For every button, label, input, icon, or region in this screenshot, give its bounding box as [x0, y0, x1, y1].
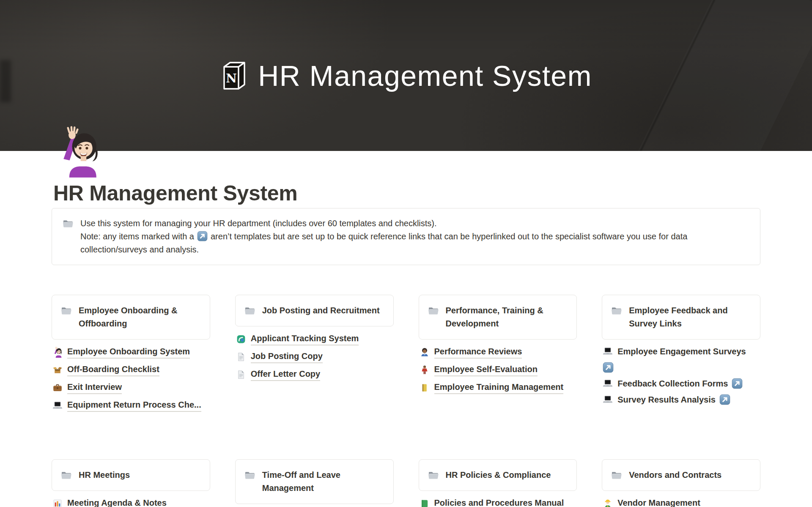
open-folder-icon: [60, 305, 72, 316]
link-policies-procedures-manual[interactable]: Policies and Procedures Manual: [420, 497, 576, 507]
link-job-posting-copy[interactable]: Job Posting Copy: [236, 351, 393, 363]
link-performance-reviews[interactable]: Performance Reviews: [420, 346, 576, 359]
laptop-icon: [603, 394, 613, 405]
arrow-up-right-button-icon: [197, 231, 208, 241]
open-folder-icon: [60, 469, 72, 481]
document-icon: [236, 351, 246, 362]
cover-image: HR Management System: [0, 0, 812, 151]
laptop-icon: [603, 346, 613, 357]
card-employee-feedback-survey-links[interactable]: Employee Feedback and Survey Links: [602, 295, 760, 340]
bar-chart-icon: [52, 498, 63, 507]
column-performance-training: Performance, Training & Development Perf…: [419, 295, 577, 399]
bottom-card-grid: HR Meetings Meeting Agenda & Notes Time-…: [52, 459, 760, 507]
office-worker-icon: [420, 347, 430, 358]
page-content: HR Management System Use this system for…: [0, 126, 812, 507]
column-vendors-contracts: Vendors and Contracts Vendor Management: [602, 459, 760, 507]
open-folder-icon: [611, 469, 622, 481]
open-folder-icon: [611, 305, 622, 316]
green-book-icon: [420, 498, 430, 507]
column-onboarding-offboarding: Employee Onboarding & Offboarding Employ…: [52, 295, 210, 417]
link-employee-engagement-surveys[interactable]: Employee Engagement Surveys: [603, 346, 760, 373]
card-title: HR Policies & Compliance: [446, 469, 551, 482]
laptop-icon: [52, 400, 63, 411]
construction-worker-icon: [603, 498, 613, 507]
card-vendors-contracts[interactable]: Vendors and Contracts: [602, 459, 760, 491]
card-title: HR Meetings: [79, 469, 130, 482]
callout-line-2: Note: any items marked with aaren’t temp…: [80, 230, 750, 256]
card-title: Employee Feedback and Survey Links: [629, 304, 752, 330]
callout-text: Use this system for managing your HR dep…: [80, 217, 750, 256]
link-off-boarding-checklist[interactable]: Off-Boarding Checklist: [52, 364, 209, 376]
ats-app-icon: [236, 334, 246, 345]
callout-line-1: Use this system for managing your HR dep…: [80, 217, 750, 230]
open-folder-icon: [244, 305, 255, 316]
card-hr-meetings[interactable]: HR Meetings: [52, 459, 210, 491]
link-survey-results-analysis[interactable]: Survey Results Analysis: [603, 394, 760, 405]
card-title: Employee Onboarding & Offboarding: [79, 304, 201, 330]
link-employee-self-evaluation[interactable]: Employee Self-Evaluation: [420, 364, 576, 376]
notion-logo: [220, 60, 249, 91]
arrow-up-right-button-icon: [732, 378, 743, 389]
page-title: HR Management System: [53, 183, 760, 204]
laptop-icon: [603, 378, 613, 389]
card-title: Vendors and Contracts: [629, 469, 721, 482]
page-icon-woman-raising-hand[interactable]: [55, 126, 101, 178]
arrow-up-right-button-icon: [603, 362, 614, 373]
card-title: Performance, Training & Development: [446, 304, 568, 330]
open-folder-icon: [428, 305, 439, 316]
description-callout: Use this system for managing your HR dep…: [52, 208, 760, 265]
card-performance-training-development[interactable]: Performance, Training & Development: [419, 295, 577, 340]
open-folder-icon: [244, 469, 255, 481]
ledger-icon: [420, 382, 430, 393]
woman-raising-hand-icon: [52, 347, 63, 358]
open-folder-icon: [62, 218, 74, 229]
person-in-red-icon: [420, 364, 430, 375]
column-hr-policies-compliance: HR Policies & Compliance Policies and Pr…: [419, 459, 577, 507]
card-hr-policies-compliance[interactable]: HR Policies & Compliance: [419, 459, 577, 491]
top-card-grid: Employee Onboarding & Offboarding Employ…: [52, 295, 760, 417]
briefcase-icon: [52, 382, 63, 393]
link-feedback-collection-forms[interactable]: Feedback Collection Forms: [603, 378, 760, 389]
column-hr-meetings: HR Meetings Meeting Agenda & Notes: [52, 459, 210, 507]
link-equipment-return-process[interactable]: Equipment Return Process Che...: [52, 399, 209, 412]
card-time-off-leave-management[interactable]: Time-Off and Leave Management: [235, 459, 394, 504]
card-employee-onboarding-offboarding[interactable]: Employee Onboarding & Offboarding: [52, 295, 210, 340]
open-folder-icon: [428, 469, 439, 481]
link-offer-letter-copy[interactable]: Offer Letter Copy: [236, 368, 393, 381]
link-employee-onboarding-system[interactable]: Employee Onboarding System: [52, 346, 209, 359]
cover-title: HR Management System: [258, 59, 592, 92]
arrow-up-right-button-icon: [719, 394, 730, 405]
card-title: Time-Off and Leave Management: [262, 469, 385, 495]
column-job-posting-recruitment: Job Posting and Recruitment Applicant Tr…: [235, 295, 394, 386]
link-exit-interview[interactable]: Exit Interview: [52, 381, 209, 394]
link-vendor-management[interactable]: Vendor Management: [603, 497, 760, 507]
column-feedback-survey-links: Employee Feedback and Survey Links Emplo…: [602, 295, 760, 410]
link-employee-training-management[interactable]: Employee Training Management: [420, 381, 576, 394]
open-box-icon: [52, 364, 63, 375]
column-time-off-leave: Time-Off and Leave Management: [235, 459, 394, 507]
link-meeting-agenda-notes[interactable]: Meeting Agenda & Notes: [52, 497, 209, 507]
link-applicant-tracking-system[interactable]: Applicant Tracking System: [236, 333, 393, 345]
card-title: Job Posting and Recruitment: [262, 304, 380, 317]
document-icon: [236, 369, 246, 380]
card-job-posting-recruitment[interactable]: Job Posting and Recruitment: [235, 295, 394, 326]
